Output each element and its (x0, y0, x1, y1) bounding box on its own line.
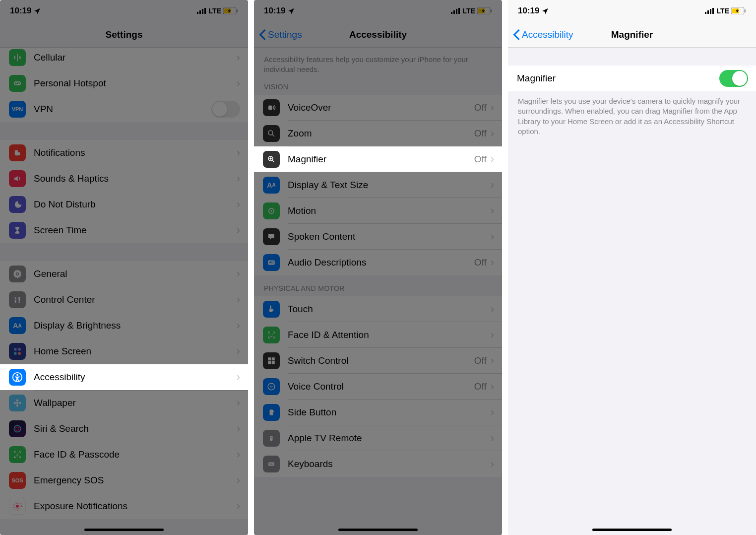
chevron-right-icon: › (237, 500, 240, 513)
svg-rect-39 (458, 8, 460, 14)
remote-icon (263, 430, 280, 447)
row-spoken[interactable]: Spoken Content › (254, 224, 502, 250)
chevron-right-icon: › (237, 448, 240, 461)
row-label: Wallpaper (34, 398, 237, 408)
row-atv[interactable]: Apple TV Remote › (254, 425, 502, 451)
row-sidebtn[interactable]: Side Button › (254, 400, 502, 425)
back-button[interactable]: Accessibility (513, 29, 573, 40)
phone-settings: 10:19 LTE Settings Cellular › Personal H… (0, 0, 248, 535)
row-screentime[interactable]: Screen Time › (0, 217, 248, 243)
svg-point-16 (15, 298, 16, 299)
row-magnifier-toggle[interactable]: Magnifier (508, 66, 756, 91)
row-value: Off (474, 257, 487, 268)
svg-point-50 (270, 334, 271, 334)
svg-rect-67 (705, 12, 706, 14)
svg-rect-64 (272, 463, 272, 464)
row-keyboards[interactable]: Keyboards › (254, 451, 502, 477)
row-label: Home Screen (34, 346, 237, 357)
back-button[interactable]: Settings (259, 29, 302, 40)
row-label: Apple TV Remote (288, 433, 491, 444)
home-indicator[interactable] (592, 529, 672, 531)
svg-rect-52 (268, 357, 271, 360)
row-wallpaper[interactable]: Wallpaper › (0, 390, 248, 416)
zoom-icon (263, 125, 280, 142)
speaker-icon (9, 170, 26, 187)
svg-rect-61 (268, 462, 274, 466)
row-audio[interactable]: AD Audio Descriptions Off › (254, 250, 502, 275)
chevron-right-icon: › (237, 422, 240, 435)
vpn-icon: VPN (9, 101, 26, 118)
row-magnifier[interactable]: Magnifier Off › (254, 146, 502, 172)
chevron-right-icon: › (237, 293, 240, 306)
chevron-right-icon: › (491, 101, 494, 114)
row-value: Off (474, 102, 487, 113)
chevron-right-icon: › (491, 230, 494, 243)
row-label: Touch (288, 304, 491, 315)
chevron-right-icon: › (491, 127, 494, 140)
row-vpn[interactable]: VPN VPN (0, 96, 248, 122)
status-carrier: LTE (717, 7, 729, 15)
svg-rect-19 (18, 348, 21, 350)
row-sounds[interactable]: Sounds & Haptics › (0, 166, 248, 192)
row-label: Face ID & Attention (288, 330, 491, 340)
svg-rect-68 (707, 10, 709, 14)
row-voicec[interactable]: Voice Control Off › (254, 374, 502, 400)
text-size-icon: AA (263, 177, 280, 194)
row-exposure[interactable]: Exposure Notifications › (0, 493, 248, 519)
row-dnd[interactable]: Do Not Disturb › (0, 192, 248, 217)
row-controlcenter[interactable]: Control Center › (0, 287, 248, 313)
status-carrier: LTE (209, 7, 221, 15)
row-notifications[interactable]: Notifications › (0, 140, 248, 166)
row-label: Notifications (34, 147, 237, 158)
section-vision: VISION (254, 80, 502, 95)
row-homescreen[interactable]: Home Screen › (0, 338, 248, 364)
battery-icon (223, 7, 238, 14)
row-displaytext[interactable]: AA Display & Text Size › (254, 172, 502, 198)
row-cellular[interactable]: Cellular › (0, 48, 248, 70)
row-motion[interactable]: Motion › (254, 198, 502, 224)
row-touch[interactable]: Touch › (254, 296, 502, 322)
row-label: Do Not Disturb (34, 199, 237, 210)
back-label: Accessibility (522, 29, 573, 40)
home-indicator[interactable] (84, 529, 164, 531)
phone-accessibility: 10:19 LTE Settings Accessibility Accessi… (254, 0, 502, 535)
row-display[interactable]: AA Display & Brightness › (0, 313, 248, 338)
row-switchc[interactable]: Switch Control Off › (254, 348, 502, 374)
signal-icon (705, 8, 715, 14)
siri-icon (9, 420, 26, 437)
settings-list[interactable]: Cellular › Personal Hotspot › VPN VPN No… (0, 48, 248, 535)
nav-header: Settings Accessibility (254, 22, 502, 48)
svg-rect-21 (18, 352, 21, 355)
side-button-icon (263, 404, 280, 421)
accessibility-list[interactable]: Accessibility features help you customiz… (254, 48, 502, 477)
status-carrier: LTE (463, 7, 475, 15)
svg-rect-59 (270, 436, 273, 441)
row-accessibility[interactable]: Accessibility › (0, 364, 248, 390)
row-voiceover[interactable]: VoiceOver Off › (254, 95, 502, 121)
row-face[interactable]: Face ID & Attention › (254, 322, 502, 348)
row-zoom[interactable]: Zoom Off › (254, 121, 502, 146)
chevron-right-icon: › (491, 406, 494, 419)
home-indicator[interactable] (338, 529, 418, 531)
row-hotspot[interactable]: Personal Hotspot › (0, 70, 248, 96)
magnifier-toggle[interactable] (719, 70, 748, 87)
row-label: Motion (288, 205, 491, 216)
row-label: General (34, 268, 237, 279)
chevron-left-icon (513, 29, 520, 40)
row-faceid[interactable]: Face ID & Passcode › (0, 442, 248, 468)
row-label: Control Center (34, 294, 237, 305)
row-label: Cellular (34, 52, 237, 63)
svg-point-24 (16, 402, 19, 404)
speech-icon (263, 228, 280, 245)
svg-point-44 (268, 131, 273, 135)
magnifier-icon (263, 151, 280, 168)
row-siri[interactable]: Siri & Search › (0, 416, 248, 442)
link-icon (9, 75, 26, 92)
page-title: Accessibility (349, 29, 407, 40)
vpn-toggle[interactable] (211, 101, 240, 118)
chevron-right-icon: › (491, 256, 494, 269)
row-label: Personal Hotspot (34, 78, 237, 89)
svg-rect-6 (237, 9, 238, 12)
row-sos[interactable]: SOS Emergency SOS › (0, 468, 248, 493)
row-general[interactable]: General › (0, 261, 248, 287)
